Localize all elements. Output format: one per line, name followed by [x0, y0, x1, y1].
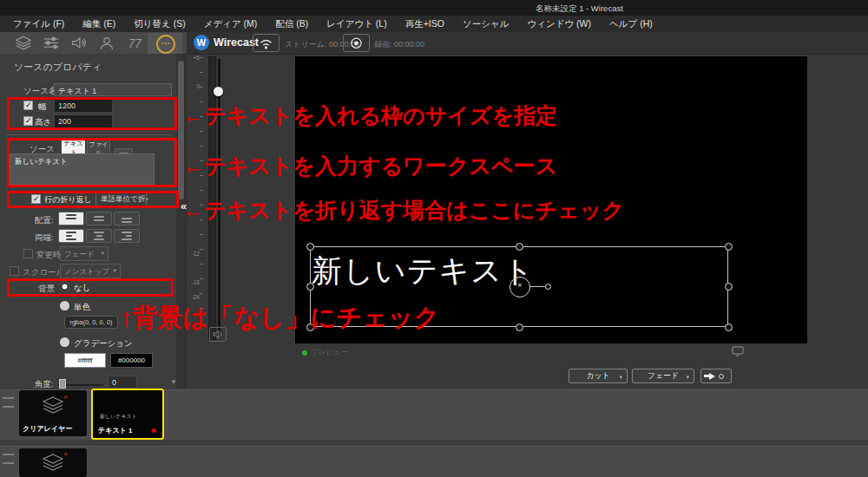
gradient-from-swatch[interactable]: #ffffff [64, 353, 106, 368]
annotation-box-workspace [7, 138, 177, 187]
bg-gradient-label: グラデーション [74, 338, 133, 350]
preview-status-label: プレビュー [311, 348, 348, 358]
layer-row-2 [0, 446, 868, 477]
scroll-label: スクロール [23, 267, 64, 278]
annotation-size-text: ←テキストを入れる枠のサイズを指定 [182, 101, 557, 130]
gradient-to-swatch[interactable]: #000000 [110, 353, 153, 368]
stream-button[interactable] [253, 34, 279, 52]
scroll-checkbox[interactable] [10, 266, 19, 276]
annotation-workspace-text: ←テキストを入力するワークスペース [182, 152, 557, 180]
meter-label: +6 [187, 55, 200, 61]
guest-icon[interactable] [97, 35, 116, 51]
meter-label: -24 [187, 294, 200, 300]
clear-x-icon: ✕ [63, 451, 68, 457]
svg-text:77: 77 [128, 37, 143, 50]
layer-name: クリアレイヤー [23, 424, 72, 434]
annotation-box-background [7, 278, 174, 297]
menu-replay-iso[interactable]: 再生+ISO [405, 18, 444, 30]
transition-cut-button[interactable]: カット [569, 369, 628, 383]
annotation-wrap-text: ←テキストを折り返す場合はここにチェック [182, 196, 624, 225]
rotate-handle-end[interactable] [545, 284, 551, 290]
panel-title: ソースのプロパティ [14, 61, 102, 74]
more-tools-icon[interactable] [156, 35, 175, 54]
layers-icon[interactable] [14, 35, 33, 51]
wirecast-window: 名称未設定 1 - Wirecast ファイル (F) 編集 (E) 切り替え … [0, 0, 868, 477]
justify-left-button[interactable] [58, 229, 84, 243]
meter-label: 0 [187, 83, 200, 89]
wirecast-logo-icon: W [194, 35, 209, 50]
menu-bar: ファイル (F) 編集 (E) 切り替え (S) メディア (M) 配信 (B)… [0, 16, 868, 32]
annotation-box-wrap [7, 191, 179, 208]
meter-ticks [200, 57, 203, 317]
menu-layout[interactable]: レイアウト (L) [326, 18, 386, 30]
shot-clear-layer-2[interactable]: ✕ [19, 448, 87, 477]
on-change-dropdown[interactable]: フェード [60, 246, 108, 261]
handle-bottom-center[interactable] [516, 323, 523, 331]
rotate-handle-icon[interactable] [510, 277, 530, 297]
volume-slider-knob[interactable] [214, 87, 223, 96]
on-change-label: 変更時 [36, 250, 62, 261]
go-arrow-icon [709, 373, 715, 380]
handle-top-left[interactable] [306, 243, 314, 251]
record-status: 録画: 00:00:00 [374, 39, 424, 50]
justify-label: 両端: [35, 232, 54, 244]
preview-live-dot [302, 350, 307, 356]
on-change-checkbox[interactable] [23, 249, 33, 258]
valign-top-button[interactable] [58, 212, 84, 225]
meter-label: -12 [187, 251, 200, 257]
bg-solid-label: 単色 [74, 302, 90, 313]
thumb-preview-text: 新しいテキスト [100, 413, 137, 421]
record-button[interactable] [343, 34, 370, 52]
annotation-box-size [7, 97, 177, 130]
live-dot-icon [152, 428, 156, 433]
annotation-background-text: ↑背景は「なし」にチェック [120, 301, 439, 336]
align-label: 配置: [35, 215, 54, 226]
clear-x-icon: ✕ [63, 394, 68, 400]
menu-switch[interactable]: 切り替え (S) [134, 18, 185, 30]
go-live-button[interactable] [700, 369, 732, 383]
valign-bottom-button[interactable] [114, 212, 140, 225]
audio-icon[interactable] [69, 35, 89, 51]
justify-right-button[interactable] [114, 229, 140, 243]
row-drag-handle[interactable] [3, 397, 14, 408]
justify-center-button[interactable] [86, 229, 112, 243]
shot-clear-layer[interactable]: ✕ クリアレイヤー [19, 390, 87, 436]
handle-top-center[interactable] [516, 243, 523, 251]
fullscreen-monitor-icon[interactable] [732, 346, 744, 356]
transition-fade-button[interactable]: フェード [632, 369, 694, 383]
angle-slider-handle[interactable] [59, 379, 66, 389]
menu-broadcast[interactable]: 配信 (B) [275, 18, 308, 30]
bg-color-swatch[interactable]: rgba(0, 0, 0, 0) [64, 316, 118, 329]
menu-edit[interactable]: 編集 (E) [82, 18, 115, 30]
scroll-dropdown[interactable]: ノンストップ [60, 264, 121, 278]
menu-help[interactable]: ヘルプ (H) [609, 18, 653, 30]
row-drag-handle[interactable] [3, 454, 14, 464]
handle-bottom-right[interactable] [725, 323, 733, 331]
go-ring-icon [719, 374, 724, 379]
menu-media[interactable]: メディア (M) [204, 18, 258, 30]
meter-label: -18 [187, 279, 200, 285]
title-bar [0, 0, 868, 16]
handle-top-right[interactable] [725, 243, 733, 251]
rotate-handle-line [529, 286, 545, 287]
divider [7, 134, 172, 135]
menu-social[interactable]: ソーシャル [463, 18, 509, 30]
angle-input[interactable]: 0 [108, 376, 137, 389]
handle-mid-right[interactable] [725, 283, 733, 291]
layer-name: テキスト 1 [98, 426, 132, 435]
shot-text-1-selected[interactable]: 新しいテキスト テキスト 1 [91, 389, 164, 440]
playlist-icon[interactable]: 77 [125, 35, 144, 51]
window-title: 名称未設定 1 - Wirecast [536, 3, 623, 15]
bg-gradient-radio[interactable] [60, 337, 69, 347]
valign-middle-button[interactable] [86, 212, 112, 225]
handle-mid-left[interactable] [306, 283, 314, 291]
mixer-icon[interactable] [42, 35, 61, 51]
menu-file[interactable]: ファイル (F) [13, 18, 64, 30]
bg-solid-radio[interactable] [60, 301, 69, 310]
source-name-input[interactable]: テキスト 1 [54, 83, 172, 96]
menu-window[interactable]: ウィンドウ (W) [527, 18, 591, 30]
